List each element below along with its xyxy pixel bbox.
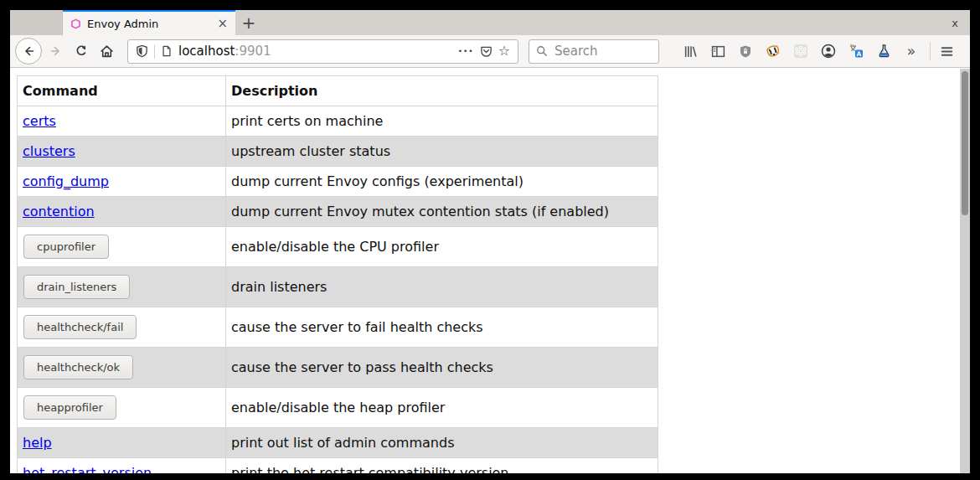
command-button[interactable]: heapprofiler: [23, 395, 116, 420]
table-row: config_dumpdump current Envoy configs (e…: [18, 167, 658, 197]
navigation-toolbar: localhost:9901 ••• ☆: [10, 35, 970, 68]
home-button[interactable]: [94, 39, 119, 64]
command-cell: help: [18, 428, 226, 458]
menu-icon[interactable]: [939, 44, 954, 59]
browser-window: Envoy Admin × + x localhost:9901: [10, 10, 970, 473]
description-cell: drain listeners: [226, 267, 658, 307]
command-button[interactable]: healthcheck/fail: [23, 315, 137, 339]
search-icon: [536, 45, 548, 57]
admin-command-table: Command Description certsprint certs on …: [17, 75, 658, 473]
table-row: healthcheck/okcause the server to pass h…: [18, 348, 658, 388]
scrollbar-thumb[interactable]: [962, 71, 968, 215]
table-row: helpprint out list of admin commands: [18, 428, 658, 458]
page-icon[interactable]: [161, 44, 173, 58]
tab-close-icon[interactable]: ×: [217, 18, 228, 30]
description-cell: enable/disable the heap profiler: [226, 388, 658, 428]
page-scrollbar[interactable]: [960, 69, 970, 473]
description-cell: print certs on machine: [226, 106, 658, 137]
overflow-chevron-icon[interactable]: »: [904, 44, 919, 59]
url-bar[interactable]: localhost:9901 ••• ☆: [127, 39, 518, 64]
library-icon[interactable]: [683, 44, 698, 59]
command-link[interactable]: config_dump: [23, 173, 109, 189]
tab-title: Envoy Admin: [87, 18, 211, 30]
toolbar-separator: [930, 42, 931, 60]
table-header-row: Command Description: [18, 76, 658, 106]
url-text[interactable]: localhost:9901: [178, 44, 452, 59]
command-cell: contention: [18, 197, 226, 227]
description-cell: cause the server to pass health checks: [226, 348, 658, 388]
flask-icon[interactable]: [876, 44, 891, 59]
translate-icon[interactable]: A: [848, 44, 864, 59]
description-cell: print out list of admin commands: [226, 428, 658, 458]
toolbar-icon-cluster: A »: [683, 44, 919, 59]
search-input[interactable]: [553, 43, 652, 59]
table-row: heapprofilerenable/disable the heap prof…: [18, 388, 658, 428]
description-cell: cause the server to fail health checks: [226, 307, 658, 348]
command-link[interactable]: hot_restart_version: [23, 465, 152, 473]
command-cell: hot_restart_version: [18, 458, 226, 474]
urlbar-divider: [154, 44, 155, 59]
page-content: Command Description certsprint certs on …: [10, 69, 970, 473]
command-link[interactable]: certs: [23, 113, 56, 129]
svg-text:A: A: [857, 50, 862, 58]
bookmark-star-icon[interactable]: ☆: [498, 44, 510, 58]
command-button[interactable]: drain_listeners: [23, 275, 130, 299]
shield-lock-icon[interactable]: [738, 44, 753, 59]
search-bar[interactable]: [529, 39, 659, 64]
table-row: contentiondump current Envoy mutex conte…: [18, 197, 658, 227]
command-cell: healthcheck/fail: [18, 307, 226, 348]
command-cell: healthcheck/ok: [18, 348, 226, 388]
forward-icon: [49, 44, 63, 58]
tabbar-fill: [262, 10, 940, 35]
table-row: drain_listenersdrain listeners: [18, 267, 658, 307]
url-host: localhost: [178, 44, 235, 59]
reload-icon: [75, 44, 88, 58]
command-cell: clusters: [18, 137, 226, 167]
command-cell: cpuprofiler: [18, 227, 226, 267]
command-link[interactable]: contention: [23, 204, 95, 219]
envoy-favicon-icon: [70, 18, 81, 29]
tracking-shield-icon[interactable]: [136, 44, 148, 58]
table-row: cpuprofilerenable/disable the CPU profil…: [18, 227, 658, 267]
home-icon: [100, 44, 114, 59]
command-cell: certs: [18, 106, 226, 137]
extension-icon[interactable]: [793, 44, 808, 59]
command-button[interactable]: cpuprofiler: [23, 235, 109, 259]
description-cell: dump current Envoy mutex contention stat…: [226, 197, 658, 227]
table-row: certsprint certs on machine: [18, 106, 658, 137]
description-cell: dump current Envoy configs (experimental…: [226, 167, 658, 197]
window-close-button[interactable]: x: [940, 10, 970, 35]
description-cell: upstream cluster status: [226, 137, 658, 167]
privacy-badger-icon[interactable]: [766, 44, 781, 59]
table-row: clustersupstream cluster status: [18, 137, 658, 167]
new-tab-button[interactable]: +: [235, 10, 262, 35]
table-row: hot_restart_versionprint the hot restart…: [18, 458, 658, 474]
command-column-header: Command: [18, 76, 226, 106]
description-column-header: Description: [226, 76, 658, 106]
table-row: healthcheck/failcause the server to fail…: [18, 307, 658, 348]
titlebar-spacer: [10, 10, 63, 35]
command-button[interactable]: healthcheck/ok: [23, 355, 133, 379]
forward-button[interactable]: [44, 39, 69, 64]
command-link[interactable]: clusters: [23, 143, 75, 159]
tab-envoy-admin[interactable]: Envoy Admin ×: [63, 10, 235, 35]
page-actions-icon[interactable]: •••: [458, 47, 474, 55]
sidebar-icon[interactable]: [710, 44, 725, 59]
url-port: :9901: [235, 44, 271, 59]
reload-button[interactable]: [69, 39, 94, 64]
back-icon: [22, 44, 35, 58]
account-icon[interactable]: [821, 44, 836, 59]
command-cell: heapprofiler: [18, 388, 226, 428]
command-cell: config_dump: [18, 167, 226, 197]
pocket-icon[interactable]: [480, 45, 493, 58]
tab-bar: Envoy Admin × + x: [10, 10, 970, 35]
description-cell: enable/disable the CPU profiler: [226, 227, 658, 267]
command-cell: drain_listeners: [18, 267, 226, 307]
command-table-body: certsprint certs on machineclustersupstr…: [18, 106, 658, 474]
back-button[interactable]: [15, 38, 42, 65]
command-link[interactable]: help: [23, 435, 52, 451]
description-cell: print the hot restart compatibility vers…: [226, 458, 658, 474]
